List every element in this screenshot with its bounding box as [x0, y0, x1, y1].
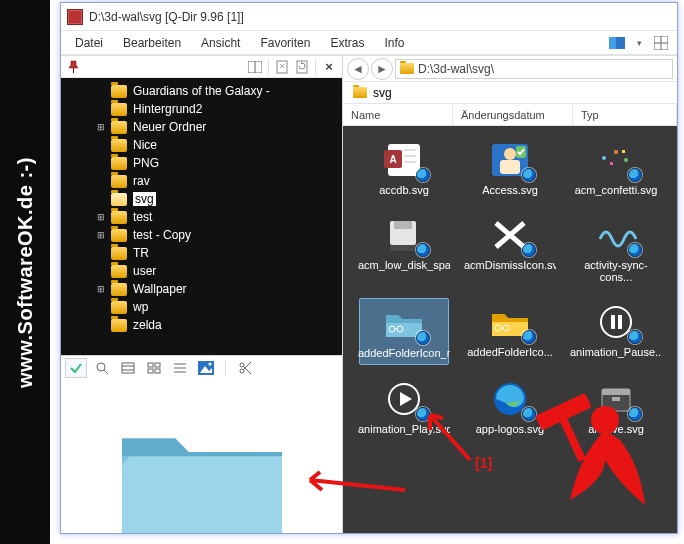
folder-icon: [111, 301, 127, 314]
tree-row[interactable]: Hintergrund2: [81, 100, 340, 118]
preview-toolbar: [61, 355, 342, 379]
file-tile[interactable]: addedFolderIcon_mac.svg: [359, 298, 449, 365]
tree-row[interactable]: PNG: [81, 154, 340, 172]
page-icon[interactable]: [272, 58, 292, 76]
tree-row[interactable]: rav: [81, 172, 340, 190]
columns-header: Name Änderungsdatum Typ: [343, 104, 677, 126]
file-tile[interactable]: acmDismissIcon.svg: [465, 211, 555, 288]
checkmark-icon[interactable]: [65, 358, 87, 378]
svg-rect-52: [611, 315, 615, 329]
svg-rect-44: [390, 245, 418, 251]
magnify-icon[interactable]: [91, 358, 113, 378]
tree-row[interactable]: svg: [81, 190, 340, 208]
chevron-down-icon[interactable]: ▾: [631, 35, 647, 51]
tree-expander-icon: [95, 301, 107, 313]
svg-text:A: A: [389, 154, 396, 165]
tree-row[interactable]: ⊞test: [81, 208, 340, 226]
titlebar[interactable]: D:\3d-wal\svg [Q-Dir 9.96 [1]]: [61, 3, 677, 31]
tree-row[interactable]: zelda: [81, 316, 340, 334]
folder-icon: [111, 247, 127, 260]
breadcrumb-bar[interactable]: svg: [343, 82, 677, 104]
file-tile[interactable]: addedFolderIco...: [465, 298, 555, 365]
panes-layout-icon[interactable]: [653, 35, 669, 51]
tree-expander-icon[interactable]: ⊞: [95, 283, 107, 295]
pin-icon[interactable]: [64, 58, 84, 76]
file-tile[interactable]: animation_Play.svg: [359, 375, 449, 440]
file-thumb-icon: [486, 379, 534, 419]
crop-icon[interactable]: [234, 358, 256, 378]
column-name[interactable]: Name: [343, 104, 453, 125]
view-film-icon[interactable]: [117, 358, 139, 378]
folder-tree[interactable]: Guardians of the Galaxy -Hintergrund2⊞Ne…: [61, 78, 342, 355]
edge-badge-icon: [522, 407, 536, 421]
file-tile[interactable]: Aaccdb.svg: [359, 136, 449, 201]
left-toolbar: ×: [61, 56, 342, 78]
menu-favoriten[interactable]: Favoriten: [252, 34, 318, 52]
preview-pane: [61, 379, 342, 533]
tree-row[interactable]: wp: [81, 298, 340, 316]
view-tiles-icon[interactable]: [143, 358, 165, 378]
watermark-text: www.SoftwareOK.de :-): [14, 157, 37, 388]
tree-label: test: [133, 210, 152, 224]
file-thumb-icon: [380, 303, 428, 343]
address-field[interactable]: D:\3d-wal\svg\: [395, 59, 673, 79]
tree-expander-icon: [95, 103, 107, 115]
file-tile[interactable]: archive.svg: [571, 375, 661, 440]
svg-rect-17: [148, 369, 153, 373]
tree-row[interactable]: user: [81, 262, 340, 280]
column-date[interactable]: Änderungsdatum: [453, 104, 573, 125]
edge-badge-icon: [416, 407, 430, 421]
tree-expander-icon[interactable]: ⊞: [95, 229, 107, 241]
tree-label: Neuer Ordner: [133, 120, 206, 134]
image-icon[interactable]: [195, 358, 217, 378]
tree-label: Nice: [133, 138, 157, 152]
edge-badge-icon: [416, 331, 430, 345]
page-refresh-icon[interactable]: [292, 58, 312, 76]
tree-row[interactable]: ⊞test - Copy: [81, 226, 340, 244]
tree-row[interactable]: Guardians of the Galaxy -: [81, 82, 340, 100]
svg-point-10: [97, 363, 105, 371]
file-tile[interactable]: Access.svg: [465, 136, 555, 201]
file-tile[interactable]: acm_low_disk_spa...: [359, 211, 449, 288]
tree-row[interactable]: TR: [81, 244, 340, 262]
panes-color-icon[interactable]: [609, 35, 625, 51]
tree-label: user: [133, 264, 156, 278]
file-thumb-icon: [380, 215, 428, 255]
tree-expander-icon: [95, 247, 107, 259]
tree-label: Guardians of the Galaxy -: [133, 84, 270, 98]
folder-icon: [111, 103, 127, 116]
edge-badge-icon: [522, 168, 536, 182]
tree-expander-icon[interactable]: ⊞: [95, 211, 107, 223]
menu-bearbeiten[interactable]: Bearbeiten: [115, 34, 189, 52]
address-bar: ◄ ► D:\3d-wal\svg\: [343, 56, 677, 82]
folder-icon: [111, 265, 127, 278]
tree-expander-icon[interactable]: ⊞: [95, 121, 107, 133]
column-type[interactable]: Typ: [573, 104, 677, 125]
file-tile[interactable]: animation_Pause...: [571, 298, 661, 365]
nav-back-button[interactable]: ◄: [347, 58, 369, 80]
edge-badge-icon: [522, 243, 536, 257]
nav-forward-button[interactable]: ►: [371, 58, 393, 80]
file-thumb-icon: [592, 140, 640, 180]
tree-label: svg: [133, 192, 156, 206]
folder-icon: [111, 85, 127, 98]
file-tile[interactable]: app-logos.svg: [465, 375, 555, 440]
tree-row[interactable]: ⊞Neuer Ordner: [81, 118, 340, 136]
tree-row[interactable]: Nice: [81, 136, 340, 154]
view-list-icon[interactable]: [169, 358, 191, 378]
right-pane: ◄ ► D:\3d-wal\svg\ svg Name Änderungsdat…: [343, 56, 677, 533]
menu-info[interactable]: Info: [376, 34, 412, 52]
file-label: activity-sync-cons...: [573, 259, 659, 284]
tree-row[interactable]: ⊞Wallpaper: [81, 280, 340, 298]
svg-point-51: [601, 307, 631, 337]
file-icon-grid[interactable]: Aaccdb.svgAccess.svgacm_confetti.svgacm_…: [343, 126, 677, 533]
file-tile[interactable]: acm_confetti.svg: [571, 136, 661, 201]
split-icon[interactable]: [245, 58, 265, 76]
left-pane: × Guardians of the Galaxy -Hintergrund2⊞…: [61, 56, 343, 533]
file-tile[interactable]: activity-sync-cons...: [571, 211, 661, 288]
menu-ansicht[interactable]: Ansicht: [193, 34, 248, 52]
menu-extras[interactable]: Extras: [322, 34, 372, 52]
close-icon[interactable]: ×: [319, 58, 339, 76]
file-label: acm_low_disk_spa...: [358, 259, 450, 272]
menu-datei[interactable]: Datei: [67, 34, 111, 52]
